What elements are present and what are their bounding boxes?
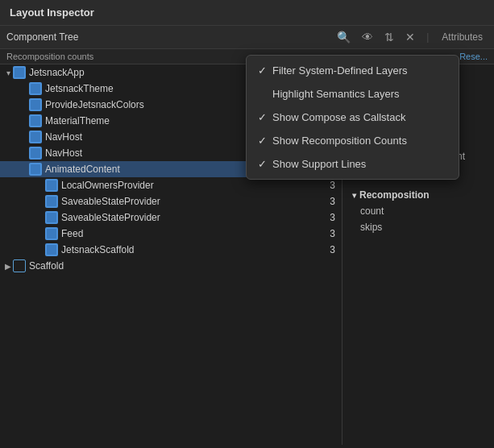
component-icon-jetsnackscaffold [45, 243, 58, 256]
menu-item-highlight-semantics[interactable]: ✓ Highlight Semantics Layers [247, 82, 459, 106]
tree-item-scaffold[interactable]: ▶ Scaffold [0, 258, 342, 274]
count-localownersprovider: 3 [318, 180, 342, 191]
item-label-localownersprovider: LocalOwnersProvider [61, 180, 318, 191]
title-bar: Layout Inspector [0, 0, 494, 26]
dropdown-menu: ✓ Filter System-Defined Layers ✓ Highlig… [246, 55, 459, 180]
count-saveablestateprovider2: 3 [318, 212, 342, 223]
component-icon-localownersprovider [45, 179, 58, 192]
toolbar-icons: 🔍 👁 ⇅ ✕ | Attributes [334, 29, 488, 45]
component-icon-jetsnacktheme [29, 82, 42, 95]
recomposition-section-header[interactable]: ▾ Recomposition [342, 187, 494, 203]
eye-button[interactable]: 👁 [359, 29, 376, 45]
expand-arrow-scaffold: ▶ [3, 262, 13, 271]
checkmark-show-support: ✓ [258, 158, 272, 170]
recomposition-label: Recomposition counts [6, 52, 93, 61]
menu-label-highlight-semantics: Highlight Semantics Layers [272, 88, 400, 100]
menu-item-show-recomposition[interactable]: ✓ Show Recomposition Counts [247, 129, 459, 152]
tree-item-saveablestateprovider2[interactable]: SaveableStateProvider 3 [0, 209, 342, 226]
count-saveablestateprovider1: 3 [318, 196, 342, 207]
menu-item-show-support[interactable]: ✓ Show Support Lines [247, 152, 459, 176]
close-button[interactable]: ✕ [402, 29, 418, 45]
component-icon-navhost1 [29, 131, 42, 143]
reorder-button[interactable]: ⇅ [381, 29, 397, 45]
tree-item-saveablestateprovider1[interactable]: SaveableStateProvider 3 [0, 193, 342, 209]
component-icon-jetsnackapp [13, 66, 26, 79]
expand-arrow-jetsnackapp: ▾ [3, 68, 13, 77]
menu-label-filter-system: Filter System-Defined Layers [272, 64, 408, 77]
item-label-feed: Feed [61, 228, 318, 239]
item-label-scaffold: Scaffold [29, 260, 342, 272]
recomposition-section: ▾ Recomposition count skips [342, 184, 494, 239]
checkmark-show-compose: ✓ [258, 111, 272, 123]
menu-label-show-support: Show Support Lines [272, 158, 366, 170]
recomposition-label: Recomposition [359, 189, 430, 201]
menu-label-show-recomposition: Show Recomposition Counts [272, 135, 407, 147]
attr-count[interactable]: count [342, 203, 494, 219]
component-icon-saveablestateprovider1 [45, 195, 58, 208]
item-label-jetsnackscaffold: JetsnackScaffold [61, 244, 318, 255]
count-feed: 3 [318, 228, 342, 239]
checkmark-highlight-semantics: ✓ [258, 88, 272, 100]
menu-item-filter-system[interactable]: ✓ Filter System-Defined Layers [247, 59, 459, 82]
component-icon-animatedcontent [29, 163, 42, 176]
reset-link[interactable]: Rese... [459, 52, 488, 61]
tree-item-localownersprovider[interactable]: LocalOwnersProvider 3 [0, 177, 342, 193]
tree-item-jetsnackscaffold[interactable]: JetsnackScaffold 3 [0, 242, 342, 258]
scaffold-icon [13, 259, 26, 272]
menu-item-show-compose[interactable]: ✓ Show Compose as Callstack [247, 106, 459, 129]
checkmark-filter-system: ✓ [258, 64, 272, 77]
count-jetsnackscaffold: 3 [318, 244, 342, 255]
toolbar: Component Tree 🔍 👁 ⇅ ✕ | Attributes [0, 26, 494, 49]
component-icon-materialtheme [29, 114, 42, 127]
attr-skips[interactable]: skips [342, 219, 494, 235]
component-icon-navhost2 [29, 147, 42, 160]
component-tree-label: Component Tree [6, 31, 327, 43]
tree-item-feed[interactable]: Feed 3 [0, 226, 342, 242]
search-button[interactable]: 🔍 [334, 29, 354, 45]
checkmark-show-recomposition: ✓ [258, 135, 272, 147]
menu-label-show-compose: Show Compose as Callstack [272, 111, 405, 123]
component-icon-feed [45, 227, 58, 240]
attributes-header: Attributes [437, 30, 488, 44]
recomposition-arrow: ▾ [352, 191, 356, 200]
component-icon-saveablestateprovider2 [45, 211, 58, 224]
title-text: Layout Inspector [10, 6, 94, 19]
component-icon-providejetsnackcolors [29, 98, 42, 111]
item-label-saveablestateprovider2: SaveableStateProvider [61, 212, 318, 223]
item-label-saveablestateprovider1: SaveableStateProvider [61, 196, 318, 207]
